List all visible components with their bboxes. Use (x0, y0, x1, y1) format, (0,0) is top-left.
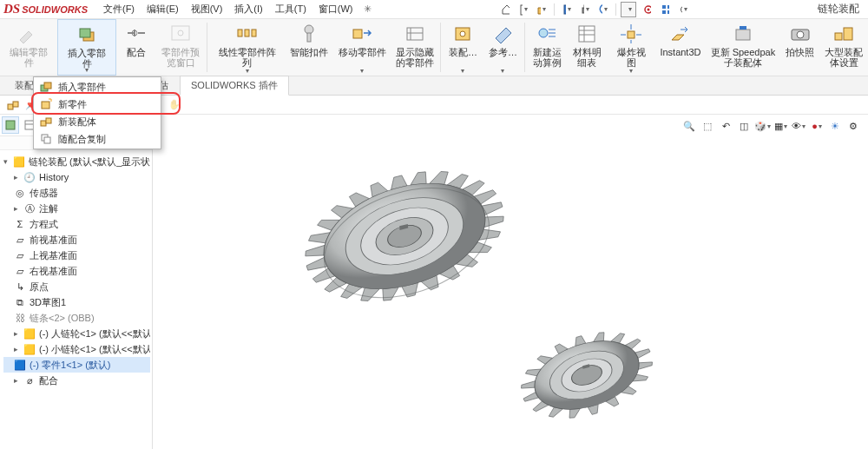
view-settings-icon[interactable]: ⚙ (845, 118, 861, 134)
tree-top-plane[interactable]: ▱上视基准面 (3, 248, 150, 263)
select-button[interactable] (621, 2, 636, 17)
menu-edit[interactable]: 编辑(E) (141, 1, 184, 17)
cmd-instant3d[interactable]: Instant3D (655, 19, 706, 76)
home-icon[interactable] (497, 2, 513, 17)
insert-components-dropdown: 插入零部件 新零件 新装配体 随配合复制 (33, 76, 161, 149)
section-view-icon[interactable]: ◫ (736, 118, 752, 134)
cmd-new-motion-study[interactable]: 新建运 动算例 (527, 19, 567, 76)
new-assembly-icon (39, 115, 53, 129)
svg-rect-33 (835, 33, 842, 40)
big-sprocket-model[interactable] (274, 106, 535, 366)
cmd-reference-geometry[interactable]: 参考… (483, 19, 523, 76)
equation-icon: Σ (14, 218, 26, 230)
assembly-icon[interactable] (5, 97, 21, 113)
dd-copy-with-mates[interactable]: 随配合复制 (34, 130, 161, 148)
cmd-assembly-features[interactable]: 装配… (443, 19, 483, 76)
menu-tools[interactable]: 工具(T) (270, 1, 312, 17)
dd-new-assembly[interactable]: 新装配体 (34, 113, 161, 130)
cmd-mate[interactable]: 配合 (116, 19, 156, 76)
zoom-fit-icon[interactable]: 🔍 (681, 118, 697, 134)
svg-rect-34 (844, 28, 852, 40)
svg-rect-37 (42, 102, 49, 109)
annotation-icon: Ⓐ (23, 202, 36, 215)
appearance-icon[interactable]: ● (809, 118, 825, 134)
new-button[interactable] (516, 2, 531, 17)
dd-new-part[interactable]: 新零件 (34, 96, 161, 113)
svg-rect-24 (407, 28, 423, 40)
cmd-linear-pattern[interactable]: 线性零部件阵列 (209, 19, 286, 76)
svg-rect-7 (662, 5, 666, 9)
tree-chain[interactable]: ⛓链条<2> (OBB) (3, 310, 150, 326)
cmd-smart-fasteners[interactable]: 智能扣件 (286, 19, 333, 76)
tree-part1[interactable]: 🟦(-) 零件1<1> (默认) (3, 357, 150, 373)
display-style-icon[interactable]: ▦ (773, 118, 788, 134)
svg-point-27 (539, 29, 548, 37)
svg-rect-41 (44, 137, 50, 143)
save-button[interactable] (559, 2, 575, 17)
menu-view[interactable]: 视图(V) (186, 1, 228, 17)
chain-icon: ⛓ (14, 312, 26, 324)
tree-history[interactable]: 🕘History (3, 169, 150, 185)
tree-origin[interactable]: ↳原点 (3, 279, 150, 294)
tree-big-sprocket[interactable]: 🟨(-) 人链轮<1> (默认<<默认… (3, 326, 150, 341)
cmd-move-component[interactable]: 移动零部件 (333, 19, 391, 76)
feature-manager-tab[interactable] (2, 116, 19, 134)
tree-right-plane[interactable]: ▱右视基准面 (3, 263, 150, 279)
view-orientation-icon[interactable]: 🎲 (754, 118, 770, 134)
cmd-insert-components[interactable]: 插入零部件 (57, 19, 116, 76)
tree-3dsketch[interactable]: ⧉3D草图1 (3, 294, 150, 310)
cmd-edit-component[interactable]: 编辑零部件 (0, 19, 57, 76)
cmd-speedpak[interactable]: 更新 Speedpak 子装配体 (706, 19, 780, 76)
hand-icon[interactable]: ✋ (167, 97, 182, 113)
tree-small-sprocket[interactable]: 🟨(-) 小链轮<1> (默认<<默认… (3, 341, 150, 357)
part-icon: 🟨 (23, 343, 36, 355)
menubar: DS SOLIDWORKS 文件(F) 编辑(E) 视图(V) 插入(I) 工具… (0, 0, 868, 19)
options-icon[interactable] (657, 2, 673, 17)
tree-annotations[interactable]: Ⓐ注解 (3, 201, 150, 216)
svg-rect-18 (238, 30, 242, 36)
dd-insert-component[interactable]: 插入零部件 (34, 78, 161, 96)
plane-icon: ▱ (14, 249, 26, 261)
tree-sensors[interactable]: ◎传感器 (3, 185, 150, 201)
print-button[interactable] (577, 2, 593, 17)
cmd-show-hidden[interactable]: 显示隐藏 的零部件 (391, 19, 438, 76)
svg-rect-22 (307, 33, 311, 42)
settings-icon[interactable] (675, 2, 691, 17)
tree-equations[interactable]: Σ方程式 (3, 216, 150, 232)
tree-mates[interactable]: ⌀配合 (3, 373, 150, 388)
new-part-icon (39, 97, 53, 111)
small-sprocket-model[interactable] (500, 288, 674, 449)
menu-window[interactable]: 窗口(W) (313, 1, 358, 17)
hide-show-icon[interactable]: 👁 (791, 118, 806, 134)
zoom-area-icon[interactable]: ⬚ (700, 118, 715, 134)
tab-plugins[interactable]: SOLIDWORKS 插件 (180, 76, 289, 96)
scene-icon[interactable]: ☀ (827, 118, 843, 134)
cmd-large-assembly[interactable]: 大型装配 体设置 (820, 19, 868, 76)
sensor-icon: ◎ (14, 187, 26, 199)
app-title: SOLIDWORKS (22, 4, 88, 15)
cmd-preview-window[interactable]: 零部件预 览窗口 (156, 19, 204, 76)
menu-more-icon[interactable]: ✳ (364, 3, 372, 15)
cmd-bom[interactable]: 材料明 细表 (567, 19, 607, 76)
svg-rect-43 (13, 102, 18, 107)
undo-icon[interactable] (595, 2, 611, 17)
svg-rect-14 (80, 29, 90, 37)
open-button[interactable] (534, 2, 549, 17)
graphics-viewport[interactable]: 🔍 ⬚ ↶ ◫ 🎲 ▦ 👁 ● ☀ ⚙ (153, 115, 868, 449)
svg-rect-10 (667, 10, 669, 14)
svg-rect-8 (667, 5, 669, 9)
rebuild-icon[interactable] (639, 2, 654, 17)
svg-rect-16 (172, 26, 189, 40)
history-icon: 🕘 (23, 171, 36, 183)
work-area: 🟨链轮装配 (默认<默认_显示状态… 🕘History ◎传感器 Ⓐ注解 Σ方程… (0, 115, 868, 449)
cmd-exploded-view[interactable]: 爆炸视图 (607, 19, 654, 76)
component-icon (39, 80, 53, 94)
document-title: 链轮装配 (818, 2, 865, 17)
tree-root[interactable]: 🟨链轮装配 (默认<默认_显示状态… (3, 154, 150, 169)
menu-insert[interactable]: 插入(I) (229, 1, 267, 17)
prev-view-icon[interactable]: ↶ (718, 118, 733, 134)
plane-icon: ▱ (14, 265, 26, 277)
tree-front-plane[interactable]: ▱前视基准面 (3, 232, 150, 248)
cmd-snapshot[interactable]: 拍快照 (780, 19, 820, 76)
menu-file[interactable]: 文件(F) (98, 1, 140, 17)
